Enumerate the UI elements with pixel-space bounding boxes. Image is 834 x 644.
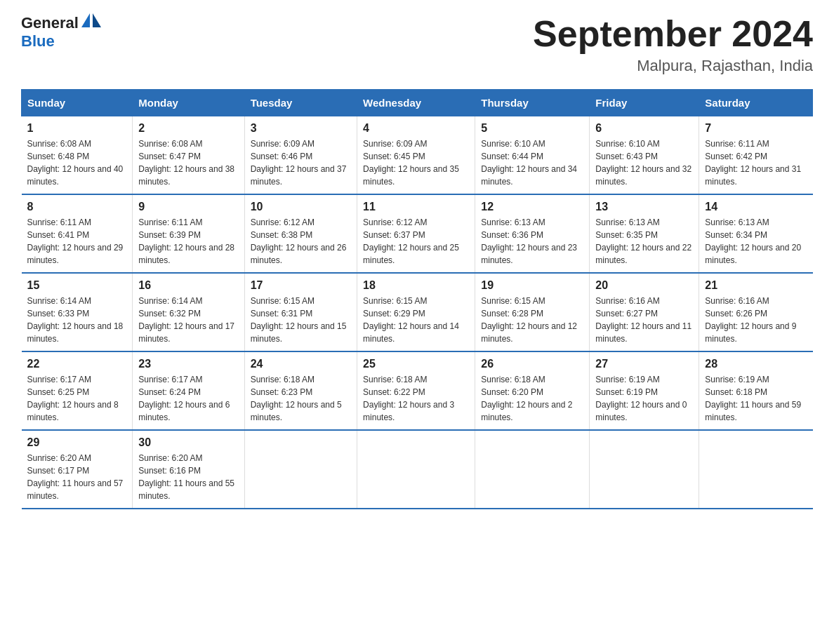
week-row-3: 15 Sunrise: 6:14 AMSunset: 6:33 PMDaylig… <box>22 273 813 351</box>
day-number: 16 <box>138 279 238 292</box>
day-number: 13 <box>595 201 693 213</box>
day-info: Sunrise: 6:17 AMSunset: 6:25 PMDaylight:… <box>27 373 127 424</box>
calendar-table: SundayMondayTuesdayWednesdayThursdayFrid… <box>21 89 813 509</box>
day-info: Sunrise: 6:13 AMSunset: 6:36 PMDaylight:… <box>481 216 583 267</box>
day-cell: 6 Sunrise: 6:10 AMSunset: 6:43 PMDayligh… <box>590 116 699 195</box>
day-info: Sunrise: 6:12 AMSunset: 6:37 PMDaylight:… <box>363 216 469 267</box>
calendar-subtitle: Malpura, Rajasthan, India <box>533 57 813 75</box>
day-cell: 21 Sunrise: 6:16 AMSunset: 6:26 PMDaylig… <box>699 273 813 351</box>
day-number: 18 <box>363 279 469 292</box>
day-cell: 27 Sunrise: 6:19 AMSunset: 6:19 PMDaylig… <box>590 351 699 430</box>
header-tuesday: Tuesday <box>244 90 357 116</box>
day-cell: 28 Sunrise: 6:19 AMSunset: 6:18 PMDaylig… <box>699 351 813 430</box>
day-cell: 12 Sunrise: 6:13 AMSunset: 6:36 PMDaylig… <box>475 194 590 273</box>
day-cell <box>357 430 475 509</box>
day-number: 15 <box>27 279 127 292</box>
day-number: 9 <box>138 201 238 213</box>
day-info: Sunrise: 6:10 AMSunset: 6:43 PMDaylight:… <box>595 137 693 188</box>
day-info: Sunrise: 6:19 AMSunset: 6:18 PMDaylight:… <box>705 373 807 424</box>
day-cell: 30 Sunrise: 6:20 AMSunset: 6:16 PMDaylig… <box>133 430 244 509</box>
day-number: 21 <box>705 279 807 292</box>
day-number: 19 <box>481 279 583 292</box>
day-info: Sunrise: 6:13 AMSunset: 6:34 PMDaylight:… <box>705 216 807 267</box>
day-cell: 4 Sunrise: 6:09 AMSunset: 6:45 PMDayligh… <box>357 116 475 195</box>
day-info: Sunrise: 6:17 AMSunset: 6:24 PMDaylight:… <box>138 373 238 424</box>
day-cell <box>244 430 357 509</box>
day-number: 22 <box>27 358 127 370</box>
day-cell <box>699 430 813 509</box>
day-info: Sunrise: 6:09 AMSunset: 6:45 PMDaylight:… <box>363 137 469 188</box>
day-info: Sunrise: 6:16 AMSunset: 6:26 PMDaylight:… <box>705 295 807 345</box>
day-number: 29 <box>27 436 127 449</box>
day-number: 3 <box>251 122 351 135</box>
day-info: Sunrise: 6:08 AMSunset: 6:47 PMDaylight:… <box>138 137 238 188</box>
header-monday: Monday <box>133 90 244 116</box>
day-info: Sunrise: 6:20 AMSunset: 6:16 PMDaylight:… <box>138 452 238 502</box>
week-row-4: 22 Sunrise: 6:17 AMSunset: 6:25 PMDaylig… <box>22 351 813 430</box>
day-info: Sunrise: 6:15 AMSunset: 6:29 PMDaylight:… <box>363 295 469 345</box>
day-info: Sunrise: 6:14 AMSunset: 6:32 PMDaylight:… <box>138 295 238 345</box>
day-number: 10 <box>251 201 351 213</box>
day-cell <box>475 430 590 509</box>
header-sunday: Sunday <box>22 90 133 116</box>
day-info: Sunrise: 6:14 AMSunset: 6:33 PMDaylight:… <box>27 295 127 345</box>
header-saturday: Saturday <box>699 90 813 116</box>
day-number: 11 <box>363 201 469 213</box>
header-wednesday: Wednesday <box>357 90 475 116</box>
week-row-1: 1 Sunrise: 6:08 AMSunset: 6:48 PMDayligh… <box>22 116 813 195</box>
day-number: 27 <box>595 358 693 370</box>
day-cell: 25 Sunrise: 6:18 AMSunset: 6:22 PMDaylig… <box>357 351 475 430</box>
logo: General Blue <box>21 14 101 51</box>
day-info: Sunrise: 6:11 AMSunset: 6:42 PMDaylight:… <box>705 137 807 188</box>
day-number: 6 <box>595 122 693 135</box>
day-number: 1 <box>27 122 127 135</box>
day-number: 2 <box>138 122 238 135</box>
page-header: General Blue September 2024 Malpura, Raj… <box>21 14 813 75</box>
day-cell: 1 Sunrise: 6:08 AMSunset: 6:48 PMDayligh… <box>22 116 133 195</box>
day-info: Sunrise: 6:11 AMSunset: 6:41 PMDaylight:… <box>27 216 127 267</box>
day-info: Sunrise: 6:10 AMSunset: 6:44 PMDaylight:… <box>481 137 583 188</box>
day-number: 25 <box>363 358 469 370</box>
day-info: Sunrise: 6:11 AMSunset: 6:39 PMDaylight:… <box>138 216 238 267</box>
day-info: Sunrise: 6:09 AMSunset: 6:46 PMDaylight:… <box>251 137 351 188</box>
day-number: 20 <box>595 279 693 292</box>
day-cell: 29 Sunrise: 6:20 AMSunset: 6:17 PMDaylig… <box>22 430 133 509</box>
week-row-5: 29 Sunrise: 6:20 AMSunset: 6:17 PMDaylig… <box>22 430 813 509</box>
day-cell: 22 Sunrise: 6:17 AMSunset: 6:25 PMDaylig… <box>22 351 133 430</box>
day-info: Sunrise: 6:19 AMSunset: 6:19 PMDaylight:… <box>595 373 693 424</box>
day-info: Sunrise: 6:15 AMSunset: 6:31 PMDaylight:… <box>251 295 351 345</box>
logo-general: General <box>21 14 79 32</box>
day-info: Sunrise: 6:18 AMSunset: 6:23 PMDaylight:… <box>251 373 351 424</box>
day-cell: 3 Sunrise: 6:09 AMSunset: 6:46 PMDayligh… <box>244 116 357 195</box>
day-number: 4 <box>363 122 469 135</box>
day-cell: 14 Sunrise: 6:13 AMSunset: 6:34 PMDaylig… <box>699 194 813 273</box>
day-cell: 15 Sunrise: 6:14 AMSunset: 6:33 PMDaylig… <box>22 273 133 351</box>
title-block: September 2024 Malpura, Rajasthan, India <box>533 14 813 75</box>
day-number: 5 <box>481 122 583 135</box>
day-cell: 23 Sunrise: 6:17 AMSunset: 6:24 PMDaylig… <box>133 351 244 430</box>
day-number: 26 <box>481 358 583 370</box>
day-cell: 2 Sunrise: 6:08 AMSunset: 6:47 PMDayligh… <box>133 116 244 195</box>
day-info: Sunrise: 6:18 AMSunset: 6:22 PMDaylight:… <box>363 373 469 424</box>
day-cell: 9 Sunrise: 6:11 AMSunset: 6:39 PMDayligh… <box>133 194 244 273</box>
day-info: Sunrise: 6:12 AMSunset: 6:38 PMDaylight:… <box>251 216 351 267</box>
calendar-title: September 2024 <box>533 14 813 54</box>
day-info: Sunrise: 6:13 AMSunset: 6:35 PMDaylight:… <box>595 216 693 267</box>
day-cell: 19 Sunrise: 6:15 AMSunset: 6:28 PMDaylig… <box>475 273 590 351</box>
header-friday: Friday <box>590 90 699 116</box>
day-number: 7 <box>705 122 807 135</box>
day-cell: 16 Sunrise: 6:14 AMSunset: 6:32 PMDaylig… <box>133 273 244 351</box>
day-info: Sunrise: 6:18 AMSunset: 6:20 PMDaylight:… <box>481 373 583 424</box>
day-number: 12 <box>481 201 583 213</box>
day-number: 23 <box>138 358 238 370</box>
day-cell: 20 Sunrise: 6:16 AMSunset: 6:27 PMDaylig… <box>590 273 699 351</box>
week-row-2: 8 Sunrise: 6:11 AMSunset: 6:41 PMDayligh… <box>22 194 813 273</box>
day-number: 8 <box>27 201 127 213</box>
day-number: 28 <box>705 358 807 370</box>
day-cell: 7 Sunrise: 6:11 AMSunset: 6:42 PMDayligh… <box>699 116 813 195</box>
day-info: Sunrise: 6:16 AMSunset: 6:27 PMDaylight:… <box>595 295 693 345</box>
day-cell <box>590 430 699 509</box>
day-number: 30 <box>138 436 238 449</box>
day-cell: 13 Sunrise: 6:13 AMSunset: 6:35 PMDaylig… <box>590 194 699 273</box>
calendar-header-row: SundayMondayTuesdayWednesdayThursdayFrid… <box>22 90 813 116</box>
